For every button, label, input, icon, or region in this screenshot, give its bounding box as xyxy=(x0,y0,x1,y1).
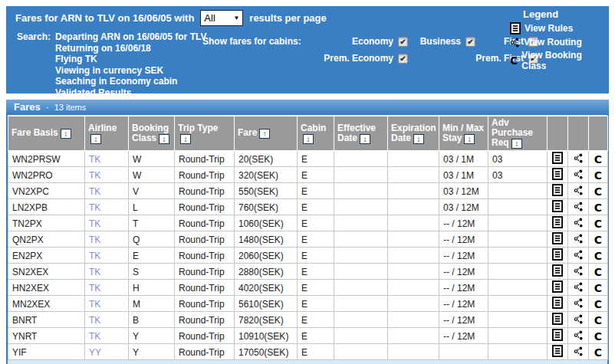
page-title-prefix: Fares for ARN to TLV on 16/06/05 with xyxy=(15,12,194,24)
sort-button-fare[interactable]: ↑ xyxy=(259,129,270,139)
effective-date-cell xyxy=(334,215,388,231)
fares-page: Fares for ARN to TLV on 16/06/05 with Al… xyxy=(6,6,609,364)
airline-cell[interactable]: TK xyxy=(85,231,129,248)
view-rules-button rules-icon[interactable] xyxy=(552,152,563,164)
view-booking-class-button booking-class-icon[interactable]: C xyxy=(594,218,602,230)
airline-cell[interactable]: TK xyxy=(85,280,129,296)
expiration-date-cell xyxy=(388,328,439,344)
column-header-routing xyxy=(568,116,589,151)
view-rules-button rules-icon[interactable] xyxy=(552,168,563,180)
view-booking-class-button booking-class-icon[interactable]: C xyxy=(594,234,602,246)
trip-type-cell: Round-Trip xyxy=(175,231,235,248)
cabin-cell: E xyxy=(298,167,334,183)
view-booking-class-button booking-class-icon[interactable]: C xyxy=(594,250,602,262)
min-max-stay-cell: -- / 12M xyxy=(439,312,488,328)
airline-cell[interactable]: TK xyxy=(85,312,129,328)
airline-cell[interactable]: TK xyxy=(85,248,129,264)
booking-class-cell: Y xyxy=(129,328,175,344)
sort-button-booking-class[interactable]: ↕ xyxy=(159,134,169,144)
column-header-expiration-date: Expiration Date↕ xyxy=(388,116,439,151)
view-routing-button routing-icon[interactable] xyxy=(574,185,584,195)
fare-basis-cell: SN2XEX xyxy=(8,264,85,280)
view-booking-class-button booking-class-icon[interactable]: C xyxy=(594,153,602,166)
airline-cell[interactable]: TK xyxy=(85,199,129,215)
view-rules-button rules-icon[interactable] xyxy=(552,345,563,357)
prem-economy-checkbox[interactable]: ✔ xyxy=(398,54,408,64)
legend-item-view-booking-class: C View Booking Class xyxy=(510,50,609,71)
airline-cell[interactable]: YY xyxy=(85,344,129,360)
effective-date-cell xyxy=(334,183,388,199)
view-rules-button rules-icon[interactable] xyxy=(552,280,563,293)
expiration-date-cell xyxy=(388,264,439,280)
airline-cell[interactable]: TK xyxy=(85,215,129,231)
view-booking-class-button booking-class-icon[interactable]: C xyxy=(594,314,602,326)
view-booking-class-button booking-class-icon[interactable]: C xyxy=(594,282,602,294)
sort-button-effective-date[interactable]: ↕ xyxy=(360,134,370,144)
results-bar-bullet: · xyxy=(46,102,49,113)
results-per-page-select[interactable]: All ▼ xyxy=(200,10,243,26)
effective-date-cell xyxy=(334,167,388,183)
view-routing-button routing-icon[interactable] xyxy=(574,153,584,163)
view-routing-button routing-icon[interactable] xyxy=(574,282,584,292)
view-routing-button routing-icon[interactable] xyxy=(574,330,584,340)
sort-button-min-max-stay[interactable]: ↕ xyxy=(464,134,475,144)
view-rules-button rules-icon[interactable] xyxy=(552,216,563,228)
sort-button-fare-basis[interactable]: ↕ xyxy=(61,129,71,139)
view-rules-button rules-icon[interactable] xyxy=(552,313,563,325)
sort-button-adv-purchase-req[interactable]: ↕ xyxy=(511,139,522,149)
view-rules-button rules-icon[interactable] xyxy=(552,329,563,341)
column-header-booking-class-icon xyxy=(589,116,608,151)
view-routing-cell xyxy=(568,183,589,199)
view-booking-class-button booking-class-icon[interactable]: C xyxy=(594,266,602,278)
view-booking-class-button booking-class-icon[interactable]: C xyxy=(594,298,602,310)
sort-button-cabin[interactable]: ↕ xyxy=(303,134,314,144)
sort-button-airline[interactable]: ↕ xyxy=(90,134,101,144)
airline-cell[interactable]: TK xyxy=(85,264,129,280)
view-routing-button routing-icon[interactable] xyxy=(574,346,584,356)
cabin-option-prem-economy: Prem. Economy ✔ xyxy=(314,53,408,64)
view-rules-button rules-icon[interactable] xyxy=(552,200,563,212)
view-routing-button routing-icon[interactable] xyxy=(574,169,584,179)
adv-purchase-req-cell xyxy=(488,231,548,248)
view-rules-button rules-icon[interactable] xyxy=(552,264,563,277)
view-rules-button rules-icon[interactable] xyxy=(552,184,563,196)
fare-basis-cell: WN2PRO xyxy=(8,167,85,183)
effective-date-cell xyxy=(334,344,388,360)
view-routing-button routing-icon[interactable] xyxy=(574,314,584,324)
legend-item-view-routing: View Routing xyxy=(510,37,609,48)
view-rules-button rules-icon[interactable] xyxy=(552,232,563,244)
view-routing-cell xyxy=(568,215,589,231)
view-routing-button routing-icon[interactable] xyxy=(574,234,584,244)
min-max-stay-cell: -- / 12M xyxy=(439,215,488,231)
airline-cell[interactable]: TK xyxy=(85,183,129,199)
view-routing-button routing-icon[interactable] xyxy=(574,298,584,308)
view-routing-button routing-icon[interactable] xyxy=(574,202,584,212)
view-booking-class-button booking-class-icon[interactable]: C xyxy=(594,169,602,182)
airline-cell[interactable]: TK xyxy=(85,151,129,167)
business-checkbox[interactable]: ✔ xyxy=(465,37,475,47)
airline-cell[interactable]: TK xyxy=(85,296,129,312)
view-rules-button rules-icon[interactable] xyxy=(552,297,563,309)
effective-date-cell xyxy=(334,151,388,167)
sort-button-trip-type[interactable]: ↕ xyxy=(180,134,191,144)
view-rules-button rules-icon[interactable] xyxy=(552,248,563,261)
view-booking-class-button booking-class-icon[interactable]: C xyxy=(594,330,602,343)
view-booking-class-button booking-class-icon[interactable]: C xyxy=(594,185,602,198)
booking-class-cell: W xyxy=(129,167,175,183)
effective-date-cell xyxy=(334,312,388,328)
view-booking-class-button booking-class-icon[interactable]: C xyxy=(594,202,602,214)
economy-checkbox[interactable]: ✔ xyxy=(398,37,408,47)
view-routing-button routing-icon[interactable] xyxy=(574,250,584,260)
view-routing-button routing-icon[interactable] xyxy=(574,266,584,276)
view-booking-class-button booking-class-icon[interactable]: C xyxy=(594,346,602,359)
view-routing-cell xyxy=(568,328,589,344)
view-routing-button routing-icon[interactable] xyxy=(574,218,584,228)
booking-class-cell: T xyxy=(129,215,175,231)
cabin-cell: E xyxy=(298,199,334,215)
sort-button-expiration-date[interactable]: ↕ xyxy=(413,134,424,144)
view-routing-cell xyxy=(568,248,589,264)
booking-class-cell: M xyxy=(129,296,175,312)
adv-purchase-req-cell xyxy=(488,248,548,264)
airline-cell[interactable]: TK xyxy=(85,328,129,344)
airline-cell[interactable]: TK xyxy=(85,167,129,183)
